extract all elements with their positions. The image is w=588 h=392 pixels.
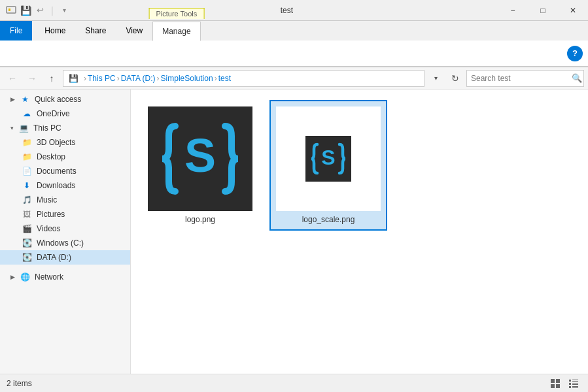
main-area: ▶ ★ Quick access ☁ OneDrive ▾ 💻 This PC …: [0, 90, 588, 374]
sidebar-item-desktop[interactable]: 📁 Desktop: [0, 150, 130, 164]
sidebar-label-quick-access: Quick access: [35, 95, 81, 104]
save-icon[interactable]: 💾: [20, 5, 31, 16]
file-item-logo[interactable]: S logo.png: [141, 100, 259, 231]
minimize-button[interactable]: −: [498, 0, 528, 21]
tab-manage[interactable]: Picture Tools Manage: [152, 22, 200, 41]
dropdown-icon[interactable]: ▾: [59, 5, 71, 16]
svg-text:S: S: [321, 146, 335, 169]
sidebar-label-onedrive: OneDrive: [37, 109, 70, 118]
tab-view[interactable]: View: [116, 21, 152, 41]
svg-rect-18: [572, 387, 578, 388]
svg-rect-10: [569, 380, 571, 382]
svg-rect-15: [572, 384, 578, 385]
sidebar-item-3dobjects[interactable]: 📁 3D Objects: [0, 135, 130, 150]
path-data-d[interactable]: DATA (D:): [121, 74, 156, 83]
sidebar-label-documents: Documents: [37, 167, 77, 176]
folder-music-icon: 🎵: [21, 195, 33, 205]
path-home-icon: 💾: [69, 74, 78, 83]
svg-rect-11: [572, 380, 578, 380]
sidebar-item-onedrive[interactable]: ☁ OneDrive: [0, 106, 130, 121]
maximize-button[interactable]: □: [528, 0, 558, 21]
path-dropdown-button[interactable]: ▾: [427, 70, 444, 87]
title-bar: 💾 ↩ | ▾ test − □ ✕: [0, 0, 588, 21]
file-label-logo: logo.png: [185, 215, 215, 224]
path-this-pc[interactable]: This PC: [88, 74, 116, 83]
window-title: test: [76, 6, 498, 15]
sidebar-item-data-d[interactable]: 💽 DATA (D:): [0, 250, 130, 265]
tab-home[interactable]: Home: [35, 21, 75, 41]
forward-button: →: [24, 70, 41, 87]
item-count: 2 items: [7, 379, 32, 388]
sidebar-item-quick-access[interactable]: ▶ ★ Quick access: [0, 92, 130, 106]
svg-rect-13: [569, 383, 571, 385]
address-path[interactable]: 💾 › This PC › DATA (D:) › SimpleSolution…: [63, 70, 424, 87]
quick-access-toolbar-icon: [5, 5, 17, 16]
svg-text:S: S: [184, 129, 216, 182]
sidebar-item-network[interactable]: ▶ 🌐 Network: [0, 270, 130, 284]
sidebar-label-downloads: Downloads: [37, 181, 75, 190]
file-label-logo-scale: logo_scale.png: [302, 215, 355, 224]
ribbon-content: ?: [0, 41, 588, 67]
logo-scale-svg: S: [305, 136, 351, 182]
up-button[interactable]: ↑: [43, 70, 60, 87]
picture-tools-label: Picture Tools: [148, 8, 204, 19]
search-icon: 🔍: [572, 73, 582, 83]
network-arrow: ▶: [10, 274, 15, 280]
close-button[interactable]: ✕: [558, 0, 588, 21]
window-controls: − □ ✕: [498, 0, 588, 21]
this-pc-icon: 💻: [18, 123, 29, 133]
large-icons-view-button[interactable]: [547, 376, 563, 391]
sidebar-label-windows-c: Windows (C:): [37, 238, 84, 248]
back-button: ←: [4, 70, 21, 87]
file-thumbnail-logo: S: [148, 106, 252, 211]
separator: |: [48, 5, 56, 16]
search-input[interactable]: [471, 74, 569, 83]
folder-documents-icon: 📄: [21, 166, 33, 176]
help-button[interactable]: ?: [567, 46, 583, 61]
drive-c-icon: 💽: [21, 238, 33, 248]
sidebar-label-data-d: DATA (D:): [37, 253, 71, 262]
svg-rect-7: [556, 379, 560, 383]
sidebar-item-pictures[interactable]: 🖼 Pictures: [0, 207, 130, 221]
sidebar-label-network: Network: [35, 272, 63, 282]
sidebar-label-desktop: Desktop: [37, 152, 65, 161]
sidebar-item-documents[interactable]: 📄 Documents: [0, 164, 130, 178]
drive-d-icon: 💽: [21, 252, 33, 263]
svg-rect-9: [556, 384, 560, 388]
sidebar-item-videos[interactable]: 🎬 Videos: [0, 221, 130, 236]
folder-downloads-icon: ⬇: [21, 180, 33, 191]
tab-file[interactable]: File: [0, 21, 32, 41]
sidebar-item-music[interactable]: 🎵 Music: [0, 193, 130, 207]
svg-rect-8: [551, 384, 555, 388]
onedrive-icon: ☁: [21, 108, 33, 119]
undo-icon[interactable]: ↩: [34, 5, 46, 16]
svg-rect-17: [572, 386, 578, 387]
tab-share[interactable]: Share: [75, 21, 116, 41]
sidebar: ▶ ★ Quick access ☁ OneDrive ▾ 💻 This PC …: [0, 90, 131, 374]
this-pc-arrow: ▾: [10, 125, 14, 131]
path-simplesolution[interactable]: SimpleSolution: [161, 74, 213, 83]
file-item-logo-scale[interactable]: S logo_scale.png: [269, 100, 387, 231]
quick-access-icon: ★: [19, 94, 31, 105]
path-test[interactable]: test: [218, 74, 231, 83]
title-bar-icons: 💾 ↩ | ▾: [0, 5, 76, 16]
search-box: 🔍: [466, 70, 584, 87]
sidebar-label-3dobjects: 3D Objects: [37, 138, 75, 147]
file-area: S logo.png S logo_scale.png: [131, 90, 588, 374]
folder-3dobjects-icon: 📁: [21, 137, 33, 148]
sidebar-item-downloads[interactable]: ⬇ Downloads: [0, 178, 130, 193]
sidebar-label-pictures: Pictures: [37, 210, 65, 219]
sidebar-item-windows-c[interactable]: 💽 Windows (C:): [0, 236, 130, 250]
details-view-button[interactable]: [566, 376, 581, 391]
quick-access-arrow: ▶: [10, 96, 15, 103]
spacer: [0, 265, 130, 270]
svg-rect-12: [572, 381, 578, 382]
svg-rect-16: [569, 386, 571, 388]
sidebar-label-music: Music: [37, 195, 57, 204]
ribbon-tab-bar: File Home Share View Picture Tools Manag…: [0, 21, 588, 41]
sidebar-item-this-pc[interactable]: ▾ 💻 This PC: [0, 121, 130, 135]
file-thumbnail-logo-scale: S: [276, 106, 381, 211]
refresh-button[interactable]: ↻: [447, 70, 464, 87]
address-bar: ← → ↑ 💾 › This PC › DATA (D:) › SimpleSo…: [0, 67, 588, 90]
svg-rect-14: [572, 383, 578, 384]
